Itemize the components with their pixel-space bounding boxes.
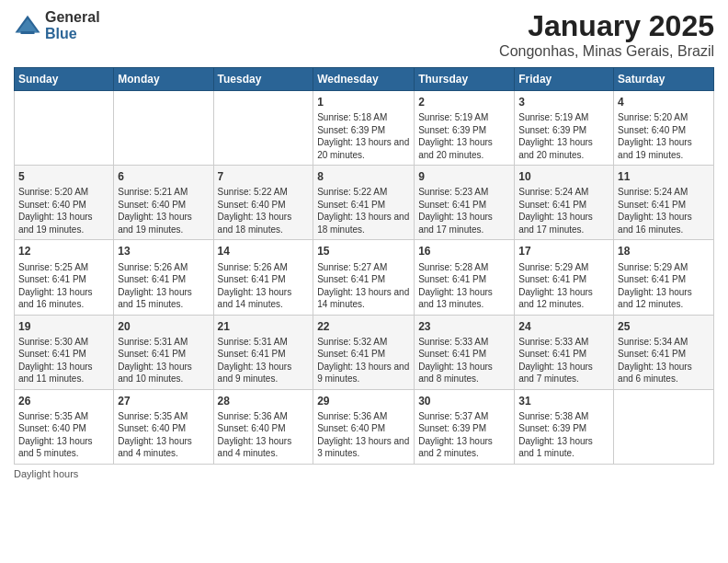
calendar-cell: 7Sunrise: 5:22 AMSunset: 6:40 PMDaylight…	[213, 166, 313, 240]
calendar-cell: 6Sunrise: 5:21 AMSunset: 6:40 PMDaylight…	[114, 166, 213, 240]
day-number: 7	[218, 169, 310, 184]
title-section: January 2025 Congonhas, Minas Gerais, Br…	[499, 9, 714, 60]
logo: General Blue	[14, 9, 100, 41]
day-number: 31	[518, 394, 609, 408]
calendar-cell	[15, 91, 114, 166]
header-monday: Monday	[114, 68, 213, 91]
day-info: Sunrise: 5:36 AMSunset: 6:40 PMDaylight:…	[317, 410, 410, 460]
day-number: 27	[118, 394, 209, 408]
day-number: 23	[418, 319, 510, 334]
day-info: Sunrise: 5:38 AMSunset: 6:39 PMDaylight:…	[518, 410, 609, 460]
header-tuesday: Tuesday	[213, 68, 313, 91]
day-info: Sunrise: 5:20 AMSunset: 6:40 PMDaylight:…	[18, 186, 109, 236]
calendar-week-3: 12Sunrise: 5:25 AMSunset: 6:41 PMDayligh…	[15, 240, 714, 315]
calendar-cell: 1Sunrise: 5:18 AMSunset: 6:39 PMDaylight…	[313, 91, 415, 166]
calendar-cell: 13Sunrise: 5:26 AMSunset: 6:41 PMDayligh…	[114, 240, 213, 315]
day-number: 29	[317, 394, 410, 408]
calendar-cell: 25Sunrise: 5:34 AMSunset: 6:41 PMDayligh…	[614, 315, 714, 389]
calendar-cell: 9Sunrise: 5:23 AMSunset: 6:41 PMDaylight…	[415, 166, 515, 240]
calendar-cell: 21Sunrise: 5:31 AMSunset: 6:41 PMDayligh…	[213, 315, 313, 389]
calendar-cell: 23Sunrise: 5:33 AMSunset: 6:41 PMDayligh…	[415, 315, 515, 389]
day-info: Sunrise: 5:34 AMSunset: 6:41 PMDaylight:…	[618, 336, 710, 385]
logo-general: General	[45, 9, 100, 26]
day-info: Sunrise: 5:28 AMSunset: 6:41 PMDaylight:…	[418, 261, 510, 311]
day-number: 9	[418, 169, 510, 184]
header-saturday: Saturday	[614, 68, 714, 91]
day-number: 20	[118, 319, 209, 334]
day-number: 11	[618, 169, 710, 184]
day-info: Sunrise: 5:26 AMSunset: 6:41 PMDaylight:…	[118, 261, 209, 311]
logo-icon	[14, 12, 41, 40]
day-number: 10	[518, 169, 609, 184]
calendar-cell: 4Sunrise: 5:20 AMSunset: 6:40 PMDaylight…	[614, 91, 714, 166]
day-info: Sunrise: 5:35 AMSunset: 6:40 PMDaylight:…	[118, 410, 209, 460]
calendar-cell: 28Sunrise: 5:36 AMSunset: 6:40 PMDayligh…	[213, 389, 313, 464]
day-info: Sunrise: 5:32 AMSunset: 6:41 PMDaylight:…	[317, 336, 410, 385]
day-info: Sunrise: 5:24 AMSunset: 6:41 PMDaylight:…	[518, 186, 609, 236]
day-info: Sunrise: 5:33 AMSunset: 6:41 PMDaylight:…	[518, 336, 609, 385]
calendar-cell: 31Sunrise: 5:38 AMSunset: 6:39 PMDayligh…	[515, 389, 614, 464]
day-info: Sunrise: 5:18 AMSunset: 6:39 PMDaylight:…	[317, 111, 410, 161]
day-info: Sunrise: 5:30 AMSunset: 6:41 PMDaylight:…	[18, 336, 109, 385]
calendar-cell	[114, 91, 213, 166]
day-info: Sunrise: 5:22 AMSunset: 6:41 PMDaylight:…	[317, 186, 410, 236]
calendar-cell: 8Sunrise: 5:22 AMSunset: 6:41 PMDaylight…	[313, 166, 415, 240]
day-number: 3	[518, 95, 609, 109]
day-info: Sunrise: 5:23 AMSunset: 6:41 PMDaylight:…	[418, 186, 510, 236]
calendar-cell: 29Sunrise: 5:36 AMSunset: 6:40 PMDayligh…	[313, 389, 415, 464]
header: General Blue January 2025 Congonhas, Min…	[14, 9, 714, 60]
day-info: Sunrise: 5:26 AMSunset: 6:41 PMDaylight:…	[218, 261, 310, 311]
day-number: 6	[118, 169, 209, 184]
calendar-cell: 22Sunrise: 5:32 AMSunset: 6:41 PMDayligh…	[313, 315, 415, 389]
day-info: Sunrise: 5:24 AMSunset: 6:41 PMDaylight:…	[618, 186, 710, 236]
calendar-cell: 17Sunrise: 5:29 AMSunset: 6:41 PMDayligh…	[515, 240, 614, 315]
logo-blue: Blue	[45, 26, 100, 42]
day-info: Sunrise: 5:19 AMSunset: 6:39 PMDaylight:…	[518, 111, 609, 161]
day-number: 16	[418, 244, 510, 259]
calendar-cell: 10Sunrise: 5:24 AMSunset: 6:41 PMDayligh…	[515, 166, 614, 240]
day-number: 12	[18, 244, 109, 259]
calendar-week-5: 26Sunrise: 5:35 AMSunset: 6:40 PMDayligh…	[15, 389, 714, 464]
day-number: 8	[317, 169, 410, 184]
day-info: Sunrise: 5:36 AMSunset: 6:40 PMDaylight:…	[218, 410, 310, 460]
calendar-week-2: 5Sunrise: 5:20 AMSunset: 6:40 PMDaylight…	[15, 166, 714, 240]
page-subtitle: Congonhas, Minas Gerais, Brazil	[499, 43, 714, 60]
calendar-week-1: 1Sunrise: 5:18 AMSunset: 6:39 PMDaylight…	[15, 91, 714, 166]
calendar-cell: 27Sunrise: 5:35 AMSunset: 6:40 PMDayligh…	[114, 389, 213, 464]
day-number: 4	[618, 95, 710, 109]
day-info: Sunrise: 5:25 AMSunset: 6:41 PMDaylight:…	[18, 261, 109, 311]
day-info: Sunrise: 5:19 AMSunset: 6:39 PMDaylight:…	[418, 111, 510, 161]
header-thursday: Thursday	[415, 68, 515, 91]
calendar-cell: 30Sunrise: 5:37 AMSunset: 6:39 PMDayligh…	[415, 389, 515, 464]
daylight-hours-label: Daylight hours	[14, 468, 78, 479]
calendar-cell: 14Sunrise: 5:26 AMSunset: 6:41 PMDayligh…	[213, 240, 313, 315]
calendar-cell: 24Sunrise: 5:33 AMSunset: 6:41 PMDayligh…	[515, 315, 614, 389]
calendar-cell	[614, 389, 714, 464]
day-number: 30	[418, 394, 510, 408]
day-info: Sunrise: 5:22 AMSunset: 6:40 PMDaylight:…	[218, 186, 310, 236]
footer-note: Daylight hours	[14, 468, 714, 479]
day-info: Sunrise: 5:33 AMSunset: 6:41 PMDaylight:…	[418, 336, 510, 385]
day-info: Sunrise: 5:29 AMSunset: 6:41 PMDaylight:…	[618, 261, 710, 311]
day-number: 19	[18, 319, 109, 334]
logo-text: General Blue	[45, 9, 100, 41]
calendar-cell: 16Sunrise: 5:28 AMSunset: 6:41 PMDayligh…	[415, 240, 515, 315]
day-info: Sunrise: 5:31 AMSunset: 6:41 PMDaylight:…	[118, 336, 209, 385]
calendar-cell: 12Sunrise: 5:25 AMSunset: 6:41 PMDayligh…	[15, 240, 114, 315]
calendar-cell: 3Sunrise: 5:19 AMSunset: 6:39 PMDaylight…	[515, 91, 614, 166]
calendar-cell: 5Sunrise: 5:20 AMSunset: 6:40 PMDaylight…	[15, 166, 114, 240]
day-info: Sunrise: 5:31 AMSunset: 6:41 PMDaylight:…	[218, 336, 310, 385]
day-number: 13	[118, 244, 209, 259]
svg-rect-2	[21, 31, 35, 34]
header-wednesday: Wednesday	[313, 68, 415, 91]
weekday-header-row: Sunday Monday Tuesday Wednesday Thursday…	[15, 68, 714, 91]
day-number: 24	[518, 319, 609, 334]
header-friday: Friday	[515, 68, 614, 91]
day-number: 15	[317, 244, 410, 259]
calendar-cell: 18Sunrise: 5:29 AMSunset: 6:41 PMDayligh…	[614, 240, 714, 315]
day-number: 18	[618, 244, 710, 259]
day-number: 21	[218, 319, 310, 334]
page-title: January 2025	[499, 9, 714, 43]
day-info: Sunrise: 5:27 AMSunset: 6:41 PMDaylight:…	[317, 261, 410, 311]
day-number: 25	[618, 319, 710, 334]
